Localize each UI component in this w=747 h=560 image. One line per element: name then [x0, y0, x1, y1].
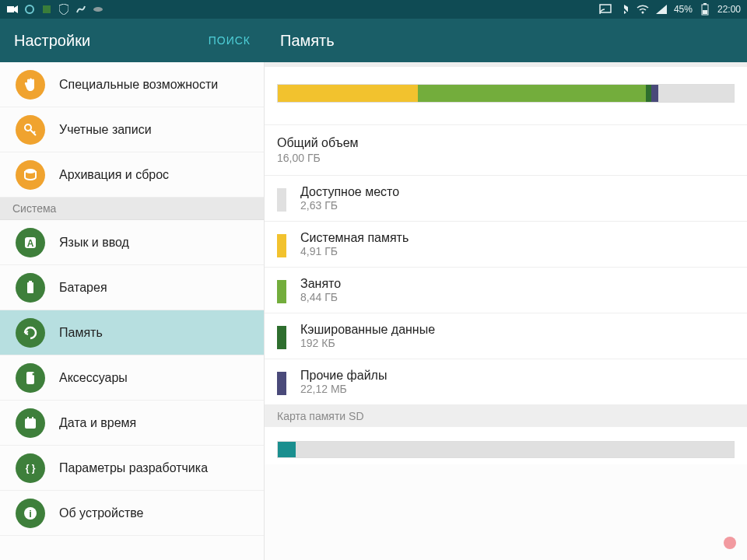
usage-segment [646, 85, 651, 102]
usage-segment [658, 85, 734, 102]
storage-panel[interactable]: Память устройства Общий объем 16,00 ГБ Д… [265, 62, 747, 560]
total-space-row[interactable]: Общий объем 16,00 ГБ [265, 125, 747, 176]
cast-icon [599, 3, 612, 16]
sidebar-item[interactable]: Батарея [0, 265, 264, 310]
svg-point-10 [25, 124, 31, 131]
sidebar-item[interactable]: Специальные возможности [0, 62, 264, 107]
legend-value: 4,91 ГБ [300, 245, 409, 257]
app-icon-3 [75, 3, 87, 16]
svg-rect-20 [27, 417, 29, 420]
svg-text:{ }: { } [26, 463, 36, 474]
sidebar-item-label: Язык и ввод [59, 236, 129, 250]
legend-value: 2,63 ГБ [300, 199, 399, 212]
svg-point-3 [93, 7, 103, 12]
mute-icon [618, 3, 630, 16]
svg-rect-14 [27, 282, 33, 293]
page-title: Память [280, 32, 335, 50]
app-icon-4 [92, 3, 104, 16]
device-icon [16, 363, 45, 393]
storage-legend-row[interactable]: Системная память4,91 ГБ [265, 222, 747, 268]
legend-title: Доступное место [300, 185, 399, 199]
svg-text:A: A [27, 238, 34, 249]
sidebar-item-label: Память [59, 326, 103, 340]
legend-title: Занято [300, 277, 341, 291]
search-button[interactable]: ПОИСК [209, 34, 251, 47]
video-icon [6, 3, 19, 16]
legend-title: Прочие файлы [300, 369, 387, 383]
storage-icon [16, 318, 45, 348]
storage-legend-row[interactable]: Прочие файлы22,12 МБ [265, 359, 747, 405]
dev-icon: { } [16, 453, 45, 483]
app-icon-2 [40, 3, 53, 16]
app-icon-1 [23, 3, 36, 16]
info-icon: i [16, 499, 45, 528]
device-usage-bar [277, 84, 735, 103]
settings-title: Настройки [14, 32, 90, 50]
device-usage-bar-card [265, 67, 747, 125]
usage-segment [418, 85, 646, 102]
letter-a-icon: A [16, 228, 45, 257]
page-header: Память [265, 19, 747, 62]
sidebar-item-label: Об устройстве [59, 506, 143, 520]
signal-icon [655, 3, 668, 16]
total-space-title: Общий объем [277, 136, 735, 150]
svg-rect-4 [600, 5, 611, 12]
storage-legend-row[interactable]: Занято8,44 ГБ [265, 268, 747, 313]
sidebar-item[interactable]: Архивация и сброс [0, 152, 264, 198]
sd-usage-segment [296, 442, 734, 457]
legend-swatch [277, 326, 286, 349]
calendar-icon [16, 408, 45, 438]
legend-swatch [277, 280, 286, 303]
storage-legend-row[interactable]: Доступное место2,63 ГБ [265, 176, 747, 222]
legend-swatch [277, 234, 286, 257]
sidebar-item-label: Учетные записи [59, 123, 152, 137]
battery-icon [16, 273, 45, 303]
sidebar-item-label: Параметры разработчика [59, 461, 208, 475]
sidebar-item[interactable]: Учетные записи [0, 107, 264, 152]
status-bar: 45% 22:00 [0, 0, 747, 19]
legend-swatch [277, 372, 286, 395]
settings-sidebar[interactable]: Специальные возможностиУчетные записиАрх… [0, 62, 265, 560]
sd-usage-bar-card [265, 427, 747, 464]
legend-value: 22,12 МБ [300, 383, 387, 395]
svg-text:i: i [29, 508, 32, 520]
settings-header: Настройки ПОИСК [0, 19, 265, 62]
legend-title: Системная память [300, 231, 409, 245]
sd-usage-segment [278, 442, 296, 457]
svg-rect-8 [703, 3, 707, 5]
app-header: Настройки ПОИСК Память [0, 19, 747, 62]
battery-icon [699, 3, 711, 16]
sidebar-item[interactable]: AЯзык и ввод [0, 220, 264, 265]
svg-rect-15 [29, 281, 32, 282]
clock: 22:00 [717, 4, 741, 15]
storage-legend-row[interactable]: Кэшированные данные192 КБ [265, 313, 747, 359]
key-icon [16, 115, 45, 145]
legend-swatch [277, 188, 286, 212]
sidebar-item-label: Дата и время [59, 416, 136, 430]
backup-icon [16, 160, 45, 190]
sidebar-item[interactable]: Память [0, 310, 264, 355]
svg-point-17 [33, 373, 35, 375]
sidebar-item[interactable]: Дата и время [0, 401, 264, 446]
svg-rect-9 [703, 10, 707, 14]
sidebar-item[interactable]: iОб устройстве [0, 491, 264, 536]
wifi-icon [637, 3, 649, 16]
sd-usage-bar [277, 441, 735, 458]
hand-icon [16, 70, 45, 100]
svg-point-1 [26, 5, 33, 13]
assist-dot[interactable] [724, 537, 736, 549]
legend-value: 8,44 ГБ [300, 291, 341, 303]
svg-rect-2 [43, 5, 51, 13]
sidebar-item[interactable]: Аксессуары [0, 355, 264, 401]
svg-point-11 [25, 169, 36, 173]
sidebar-item-label: Аксессуары [59, 371, 128, 385]
legend-value: 192 КБ [300, 337, 435, 349]
usage-segment [651, 85, 658, 102]
sidebar-item-label: Специальные возможности [59, 78, 218, 92]
sidebar-item[interactable]: { }Параметры разработчика [0, 446, 264, 491]
sidebar-section-header: Система [0, 198, 264, 220]
usage-segment [278, 85, 418, 102]
svg-point-6 [641, 12, 644, 14]
battery-percent: 45% [674, 4, 693, 15]
sd-card-section-header: Карта памяти SD [265, 405, 747, 427]
